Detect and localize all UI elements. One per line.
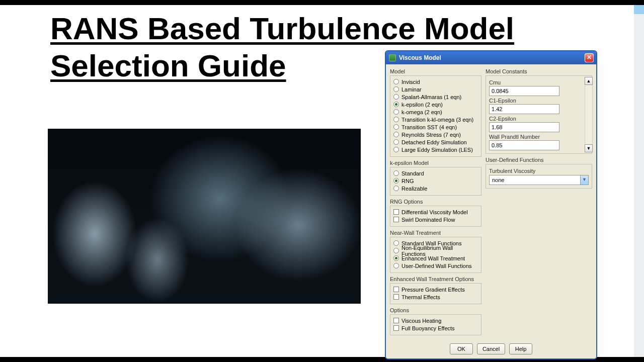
letterbox-top [0, 0, 644, 5]
radio-icon[interactable] [393, 109, 399, 115]
near-wall-option-user-defined-wall-functions[interactable]: User-Defined Wall Functions [393, 262, 478, 269]
model-option-detached-eddy-simulation[interactable]: Detached Eddy Simulation [393, 138, 478, 146]
rng-options-group: Differential Viscosity ModelSwirl Domina… [390, 206, 481, 227]
options-option-label: Full Buoyancy Effects [401, 325, 455, 331]
rng-options-label: RNG Options [390, 199, 481, 205]
radio-icon[interactable] [393, 255, 399, 261]
radio-icon[interactable] [393, 139, 399, 145]
right-tool-strip-accent [634, 5, 644, 14]
dialog-button-row: OK Cancel Help [386, 340, 596, 358]
turb-visc-select[interactable]: none ▼ [489, 175, 589, 185]
radio-icon[interactable] [393, 94, 399, 100]
rng-option-label: Swirl Dominated Flow [401, 217, 455, 223]
model-option-laminar[interactable]: Laminar [393, 85, 478, 93]
turb-visc-label: Turbulent Viscosity [489, 168, 589, 174]
constant-label-cmu: Cmu [489, 79, 589, 85]
ok-button[interactable]: OK [450, 343, 473, 354]
near-wall-group: Standard Wall FunctionsNon-Equilibrium W… [390, 237, 481, 273]
constants-label: Model Constants [486, 68, 592, 74]
model-option-label: k-epsilon (2 eqn) [401, 102, 443, 108]
radio-icon[interactable] [393, 102, 399, 107]
checkbox-icon[interactable] [393, 325, 399, 331]
radio-icon[interactable] [393, 170, 399, 176]
radio-icon[interactable] [393, 186, 399, 191]
checkbox-icon[interactable] [393, 318, 399, 323]
model-option-spalart-allmaras-1-eqn[interactable]: Spalart-Allmaras (1 eqn) [393, 93, 478, 101]
radio-icon[interactable] [393, 79, 399, 84]
ewt-options-group: Pressure Gradient EffectsThermal Effects [390, 283, 481, 304]
ke-model-group: StandardRNGRealizable [390, 167, 481, 196]
constants-panel: CmuC1-EpsilonC2-EpsilonWall Prandtl Numb… [486, 75, 592, 154]
dialog-titlebar[interactable]: Viscous Model ✕ [386, 51, 596, 64]
scroll-down-icon[interactable]: ▼ [585, 144, 593, 152]
near-wall-option-label: Enhanced Wall Treatment [401, 255, 465, 261]
near-wall-option-label: User-Defined Wall Functions [401, 263, 472, 269]
cancel-button[interactable]: Cancel [477, 343, 505, 354]
model-option-label: Inviscid [401, 79, 420, 85]
constant-input-cmu[interactable] [489, 86, 559, 96]
scroll-up-icon[interactable]: ▲ [585, 77, 593, 85]
right-tool-strip [634, 5, 644, 357]
close-icon[interactable]: ✕ [585, 53, 594, 62]
page-title-line2: Selection Guide [50, 48, 286, 83]
model-option-label: Large Eddy Simulation (LES) [401, 147, 473, 153]
model-option-label: Detached Eddy Simulation [401, 139, 467, 145]
model-option-large-eddy-simulation-les[interactable]: Large Eddy Simulation (LES) [393, 146, 478, 153]
radio-icon[interactable] [393, 86, 399, 92]
model-option-k-epsilon-2-eqn[interactable]: k-epsilon (2 eqn) [393, 101, 478, 108]
radio-icon[interactable] [393, 263, 399, 268]
radio-icon[interactable] [393, 178, 399, 184]
checkbox-icon[interactable] [393, 209, 399, 215]
constant-input-c1-epsilon[interactable] [489, 104, 559, 114]
near-wall-option-non-equilibrium-wall-functions[interactable]: Non-Equilibrium Wall Functions [393, 247, 478, 254]
checkbox-icon[interactable] [393, 287, 399, 292]
checkbox-icon[interactable] [393, 217, 399, 222]
radio-icon[interactable] [393, 248, 399, 253]
constant-label-wall-prandtl-number: Wall Prandtl Number [489, 134, 589, 140]
model-option-inviscid[interactable]: Inviscid [393, 78, 478, 85]
rng-option-swirl-dominated-flow[interactable]: Swirl Dominated Flow [393, 216, 478, 223]
chevron-down-icon[interactable]: ▼ [580, 175, 588, 185]
ke-model-option-rng[interactable]: RNG [393, 177, 478, 185]
ewt-options-label: Enhanced Wall Treatment Options [390, 276, 481, 282]
ke-model-option-label: RNG [401, 178, 414, 184]
radio-icon[interactable] [393, 132, 399, 137]
model-option-label: Laminar [401, 86, 422, 93]
radio-icon[interactable] [393, 240, 399, 246]
ke-model-option-realizable[interactable]: Realizable [393, 185, 478, 192]
smoke-image [48, 129, 361, 304]
model-option-transition-sst-4-eqn[interactable]: Transition SST (4 eqn) [393, 123, 478, 131]
udf-label: User-Defined Functions [486, 157, 592, 163]
model-option-transition-k-kl-omega-3-eqn[interactable]: Transition k-kl-omega (3 eqn) [393, 116, 478, 123]
ewt-option-thermal-effects[interactable]: Thermal Effects [393, 293, 478, 301]
ke-model-option-standard[interactable]: Standard [393, 169, 478, 177]
checkbox-icon[interactable] [393, 294, 399, 300]
options-option-viscous-heating[interactable]: Viscous Heating [393, 317, 478, 324]
ewt-option-pressure-gradient-effects[interactable]: Pressure Gradient Effects [393, 286, 478, 293]
radio-icon[interactable] [393, 124, 399, 130]
constant-input-wall-prandtl-number[interactable] [489, 140, 559, 150]
dialog-title: Viscous Model [399, 54, 441, 61]
udf-group: Turbulent Viscosity none ▼ [486, 164, 592, 189]
model-group: InviscidLaminarSpalart-Allmaras (1 eqn)k… [390, 75, 481, 157]
viscous-model-dialog: Viscous Model ✕ Model InviscidLaminarSpa… [385, 50, 597, 359]
radio-icon[interactable] [393, 147, 399, 152]
radio-icon[interactable] [393, 117, 399, 122]
model-option-reynolds-stress-7-eqn[interactable]: Reynolds Stress (7 eqn) [393, 131, 478, 138]
options-option-label: Viscous Heating [401, 318, 441, 324]
options-group: Viscous HeatingFull Buoyancy Effects [390, 314, 481, 335]
model-label: Model [390, 68, 481, 74]
options-label: Options [390, 307, 481, 313]
model-option-k-omega-2-eqn[interactable]: k-omega (2 eqn) [393, 108, 478, 116]
help-button[interactable]: Help [509, 343, 532, 354]
constant-input-c2-epsilon[interactable] [489, 122, 559, 132]
constant-label-c2-epsilon: C2-Epsilon [489, 116, 589, 122]
options-option-full-buoyancy-effects[interactable]: Full Buoyancy Effects [393, 324, 478, 332]
constant-label-c1-epsilon: C1-Epsilon [489, 98, 589, 104]
ewt-option-label: Thermal Effects [401, 294, 440, 300]
model-option-label: Spalart-Allmaras (1 eqn) [401, 94, 461, 100]
rng-option-differential-viscosity-model[interactable]: Differential Viscosity Model [393, 208, 478, 216]
model-option-label: k-omega (2 eqn) [401, 109, 442, 115]
ke-model-label: k-epsilon Model [390, 160, 481, 166]
scroll-track[interactable] [585, 85, 593, 144]
